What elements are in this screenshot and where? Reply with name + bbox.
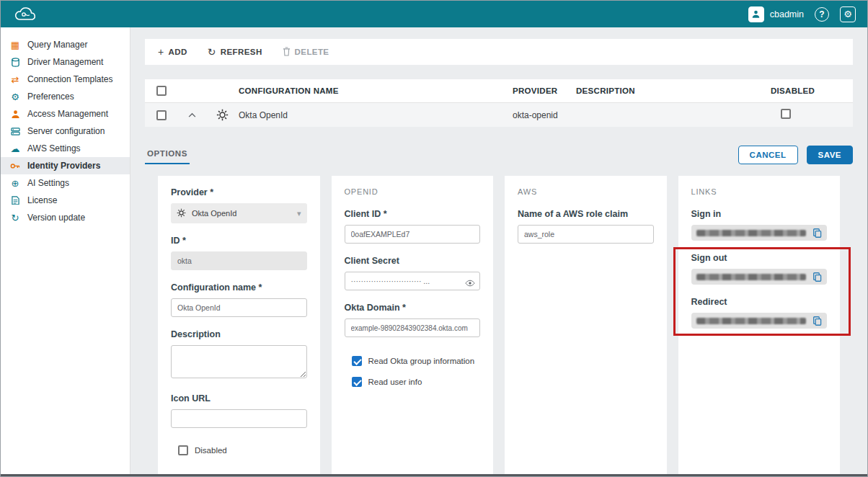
read-okta-group-checkbox[interactable] xyxy=(352,356,362,366)
username: cbadmin xyxy=(770,9,804,19)
main-layout: ▦ Query Manager Driver Management ⇄ Conn… xyxy=(1,27,867,474)
client-id-label: Client ID * xyxy=(345,209,481,219)
settings-icon[interactable]: ⚙ xyxy=(840,6,856,22)
app-logo-cloud-icon xyxy=(12,6,38,23)
sidebar-item-connection-templates[interactable]: ⇄ Connection Templates xyxy=(1,71,130,88)
client-id-field[interactable] xyxy=(345,225,481,244)
copy-icon[interactable] xyxy=(812,316,822,326)
driver-management-icon xyxy=(9,58,21,67)
redirect-link-value xyxy=(691,313,828,329)
general-panel: Provider * Okta OpenId ▾ ID * xyxy=(158,176,320,474)
aws-panel-title: AWS xyxy=(518,187,654,196)
sidebar-item-label: Access Management xyxy=(27,109,108,119)
copy-icon[interactable] xyxy=(812,228,822,238)
trash-icon xyxy=(283,47,291,58)
ai-settings-icon: ⊕ xyxy=(9,179,21,188)
add-button[interactable]: + ADD xyxy=(158,47,187,57)
show-password-eye-icon[interactable] xyxy=(465,277,475,290)
column-header-provider[interactable]: PROVIDER xyxy=(513,86,576,95)
sidebar-item-license[interactable]: License xyxy=(1,192,130,209)
provider-select-value: Okta OpenId xyxy=(192,209,236,218)
configuration-name-field[interactable] xyxy=(171,298,307,317)
tab-options[interactable]: OPTIONS xyxy=(145,149,190,164)
sidebar-item-ai-settings[interactable]: ⊕ AI Settings xyxy=(1,174,130,192)
links-panel: LINKS Sign in Sign out xyxy=(678,176,841,474)
icon-url-field[interactable] xyxy=(171,409,307,428)
aws-panel: AWS Name of a AWS role claim xyxy=(505,176,667,474)
user-icon xyxy=(748,6,764,22)
sidebar-item-version-update[interactable]: ↻ Version update xyxy=(1,209,130,226)
sidebar-item-label: Preferences xyxy=(27,92,74,102)
sidebar-item-label: AWS Settings xyxy=(27,143,81,153)
disabled-checkbox-label: Disabled xyxy=(195,446,227,455)
sidebar-item-label: Driver Management xyxy=(27,57,103,67)
sign-in-link-value xyxy=(691,225,828,241)
plus-icon: + xyxy=(158,47,164,57)
row-checkbox[interactable] xyxy=(156,110,167,120)
description-label: Description xyxy=(171,329,307,339)
column-header-configuration-name[interactable]: CONFIGURATION NAME xyxy=(239,86,513,95)
sidebar-item-access-management[interactable]: Access Management xyxy=(1,105,130,122)
provider-select[interactable]: Okta OpenId ▾ xyxy=(171,203,307,223)
add-button-label: ADD xyxy=(169,48,187,56)
sidebar-item-query-manager[interactable]: ▦ Query Manager xyxy=(1,36,130,53)
collapse-row-chevron-icon[interactable] xyxy=(178,112,205,117)
user-menu[interactable]: cbadmin xyxy=(748,6,804,22)
okta-provider-icon xyxy=(205,109,239,121)
topbar-right: cbadmin ? ⚙ xyxy=(748,6,856,22)
column-header-description[interactable]: DESCRIPTION xyxy=(576,86,771,95)
save-button[interactable]: SAVE xyxy=(807,146,853,164)
sidebar-item-server-configuration[interactable]: Server configuration xyxy=(1,122,130,140)
license-document-icon xyxy=(9,196,21,205)
sign-out-link-value xyxy=(691,269,828,285)
delete-button-label: DELETE xyxy=(295,48,329,56)
okta-provider-icon xyxy=(177,208,186,219)
sidebar-item-driver-management[interactable]: Driver Management xyxy=(1,53,130,71)
access-management-icon xyxy=(9,110,21,119)
redirect-label: Redirect xyxy=(691,297,828,307)
aws-role-claim-field[interactable] xyxy=(518,225,654,244)
help-icon[interactable]: ? xyxy=(815,7,829,22)
read-okta-group-label: Read Okta group information xyxy=(368,357,475,365)
table-header-row: CONFIGURATION NAME PROVIDER DESCRIPTION … xyxy=(145,79,853,103)
column-header-disabled[interactable]: DISABLED xyxy=(771,86,853,95)
query-manager-icon: ▦ xyxy=(9,40,21,50)
disabled-checkbox[interactable] xyxy=(178,445,188,455)
version-update-icon: ↻ xyxy=(9,213,21,223)
delete-button[interactable]: DELETE xyxy=(283,47,329,58)
sidebar-item-label: Query Manager xyxy=(27,40,87,50)
row-disabled-checkbox[interactable] xyxy=(781,109,791,119)
sign-in-label: Sign in xyxy=(691,209,828,219)
sidebar-item-label: License xyxy=(27,195,57,205)
openid-panel: OPENID Client ID * Client Secret xyxy=(332,176,494,474)
annotated-region: Sign out Redirect xyxy=(691,253,828,329)
okta-domain-field[interactable] xyxy=(345,318,481,337)
redacted-url-text xyxy=(696,318,806,324)
icon-url-label: Icon URL xyxy=(171,393,307,404)
table-row[interactable]: Okta OpenId okta-openid xyxy=(145,103,853,127)
sidebar-item-identity-providers[interactable]: Identity Providers xyxy=(1,157,130,174)
sidebar: ▦ Query Manager Driver Management ⇄ Conn… xyxy=(1,27,130,474)
sidebar-item-preferences[interactable]: ⚙ Preferences xyxy=(1,88,130,105)
row-configuration-name: Okta OpenId xyxy=(239,110,513,120)
links-panel-title: LINKS xyxy=(691,187,828,196)
config-panels: Provider * Okta OpenId ▾ ID * xyxy=(145,176,853,461)
sidebar-item-label: Connection Templates xyxy=(27,74,113,84)
description-field[interactable] xyxy=(171,345,307,378)
refresh-button[interactable]: ↻ REFRESH xyxy=(208,47,262,57)
sidebar-item-aws-settings[interactable]: ☁ AWS Settings xyxy=(1,140,130,157)
copy-icon[interactable] xyxy=(812,272,822,282)
read-user-info-checkbox[interactable] xyxy=(352,377,362,387)
cancel-button[interactable]: CANCEL xyxy=(738,146,798,164)
configuration-name-label: Configuration name * xyxy=(171,282,307,293)
id-field xyxy=(171,251,307,270)
aws-cloud-icon: ☁ xyxy=(9,144,21,153)
refresh-icon: ↻ xyxy=(208,47,216,57)
client-secret-field[interactable] xyxy=(345,272,481,290)
refresh-button-label: REFRESH xyxy=(221,48,262,56)
server-configuration-icon xyxy=(9,127,21,136)
read-user-info-label: Read user info xyxy=(368,378,422,386)
sign-out-label: Sign out xyxy=(691,253,828,263)
id-label: ID * xyxy=(171,236,307,246)
select-all-checkbox[interactable] xyxy=(156,86,167,96)
